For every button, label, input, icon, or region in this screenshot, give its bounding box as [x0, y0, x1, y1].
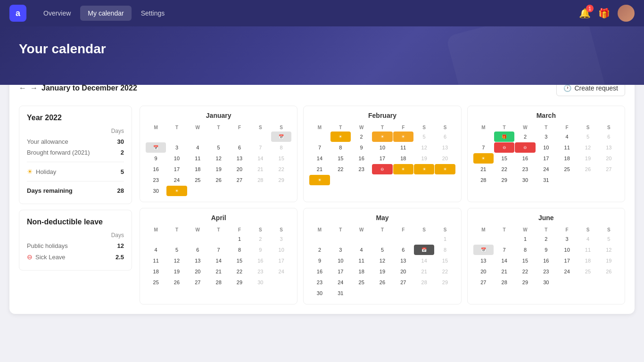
day-cell[interactable]: 10 — [536, 142, 556, 153]
day-cell[interactable]: 25 — [578, 266, 598, 277]
day-cell[interactable]: 8 — [229, 245, 249, 255]
day-cell[interactable]: 12 — [414, 142, 434, 153]
day-cell[interactable]: 22 — [515, 266, 535, 277]
day-cell[interactable]: 14 — [309, 153, 330, 164]
day-cell[interactable]: 26 — [599, 266, 619, 277]
day-cell[interactable]: 17 — [330, 266, 351, 277]
day-cell[interactable]: 6 — [599, 132, 619, 142]
day-cell[interactable]: ⊖ — [494, 142, 514, 153]
day-cell[interactable]: 13 — [435, 142, 455, 153]
day-cell[interactable]: 21 — [309, 164, 330, 174]
day-cell[interactable]: 3 — [330, 245, 351, 255]
day-cell[interactable]: 25 — [188, 175, 208, 185]
day-cell[interactable]: ☀ — [393, 164, 413, 174]
day-cell[interactable]: 19 — [599, 255, 619, 266]
day-cell[interactable]: 24 — [166, 175, 187, 185]
day-cell[interactable]: 15 — [515, 255, 535, 266]
day-cell[interactable]: 29 — [271, 175, 291, 185]
day-cell[interactable]: 7 — [208, 245, 229, 255]
day-cell[interactable]: 2 — [309, 245, 330, 255]
day-cell[interactable]: 📅 — [473, 245, 494, 255]
day-cell[interactable]: 13 — [473, 255, 494, 266]
day-cell[interactable]: 20 — [229, 164, 249, 174]
day-cell[interactable]: ☀ — [414, 164, 434, 174]
day-cell[interactable]: 9 — [309, 255, 330, 266]
day-cell[interactable]: 24 — [557, 266, 577, 277]
logo[interactable]: a — [9, 5, 26, 22]
day-cell[interactable]: 21 — [208, 266, 229, 277]
gift-icon[interactable]: 🎁 — [598, 8, 610, 19]
day-cell[interactable]: 4 — [188, 142, 208, 153]
day-cell[interactable]: 2 — [250, 234, 271, 244]
day-cell[interactable]: 27 — [393, 277, 413, 288]
day-cell[interactable]: 28 — [250, 175, 271, 185]
day-cell[interactable]: 31 — [330, 288, 351, 298]
day-cell[interactable]: 4 — [351, 245, 372, 255]
day-cell[interactable]: 27 — [188, 277, 208, 288]
day-cell[interactable]: 17 — [372, 153, 392, 164]
day-cell[interactable]: 26 — [372, 277, 392, 288]
day-cell[interactable]: 20 — [473, 266, 494, 277]
day-cell[interactable]: 15 — [435, 255, 455, 266]
day-cell[interactable]: 28 — [208, 277, 229, 288]
day-cell[interactable]: 18 — [146, 266, 166, 277]
day-cell[interactable]: 22 — [271, 164, 291, 174]
day-cell[interactable]: 7 — [250, 142, 271, 153]
day-cell[interactable]: 📅 — [271, 132, 291, 142]
day-cell[interactable]: 11 — [146, 255, 166, 266]
day-cell[interactable]: 9 — [146, 153, 166, 164]
day-cell[interactable]: 📅 — [146, 142, 166, 153]
day-cell[interactable]: 23 — [250, 266, 271, 277]
day-cell[interactable]: 16 — [351, 153, 372, 164]
day-cell[interactable]: 22 — [435, 266, 455, 277]
day-cell[interactable]: 26 — [166, 277, 187, 288]
day-cell[interactable]: 17 — [166, 164, 187, 174]
day-cell[interactable]: 15 — [330, 153, 351, 164]
day-cell[interactable]: 19 — [372, 266, 392, 277]
day-cell[interactable]: 20 — [599, 153, 619, 164]
day-cell[interactable]: 27 — [599, 164, 619, 174]
day-cell[interactable]: 11 — [557, 142, 577, 153]
day-cell[interactable]: 4 — [557, 132, 577, 142]
day-cell[interactable]: 11 — [188, 153, 208, 164]
day-cell[interactable]: 30 — [309, 288, 330, 298]
day-cell[interactable]: 7 — [473, 142, 494, 153]
day-cell[interactable]: 18 — [578, 255, 598, 266]
day-cell[interactable]: 1 — [515, 234, 535, 244]
day-cell[interactable]: 29 — [435, 277, 455, 288]
day-cell[interactable]: 15 — [271, 153, 291, 164]
day-cell[interactable]: ☀ — [393, 132, 413, 142]
day-cell[interactable]: 22 — [330, 164, 351, 174]
day-cell[interactable]: 10 — [557, 245, 577, 255]
day-cell[interactable]: 25 — [557, 164, 577, 174]
day-cell[interactable]: 8 — [515, 245, 535, 255]
nav-overview[interactable]: Overview — [36, 6, 78, 21]
day-cell[interactable]: 2 — [515, 132, 535, 142]
day-cell[interactable]: 19 — [414, 153, 434, 164]
day-cell[interactable]: 11 — [393, 142, 413, 153]
day-cell[interactable]: 27 — [473, 277, 494, 288]
day-cell[interactable]: 6 — [393, 245, 413, 255]
bell-icon[interactable]: 🔔 1 — [579, 8, 591, 19]
day-cell[interactable]: 6 — [435, 132, 455, 142]
day-cell[interactable]: 3 — [271, 234, 291, 244]
day-cell[interactable]: 14 — [494, 255, 514, 266]
day-cell[interactable]: 26 — [578, 164, 598, 174]
day-cell[interactable]: 2 — [536, 234, 556, 244]
day-cell[interactable]: 12 — [599, 245, 619, 255]
day-cell[interactable]: 29 — [515, 277, 535, 288]
day-cell[interactable]: 11 — [578, 245, 598, 255]
day-cell[interactable]: 7 — [494, 245, 514, 255]
day-cell[interactable]: 17 — [271, 255, 291, 266]
day-cell[interactable]: 16 — [309, 266, 330, 277]
day-cell[interactable]: 14 — [250, 153, 271, 164]
day-cell[interactable]: 18 — [351, 266, 372, 277]
day-cell[interactable]: 16 — [536, 255, 556, 266]
day-cell[interactable]: 5 — [599, 234, 619, 244]
day-cell[interactable]: 26 — [208, 175, 229, 185]
day-cell[interactable]: 4 — [146, 245, 166, 255]
day-cell[interactable]: 📅 — [414, 245, 434, 255]
day-cell[interactable]: 27 — [229, 175, 249, 185]
day-cell[interactable]: 5 — [166, 245, 187, 255]
day-cell[interactable]: 1 — [435, 234, 455, 244]
